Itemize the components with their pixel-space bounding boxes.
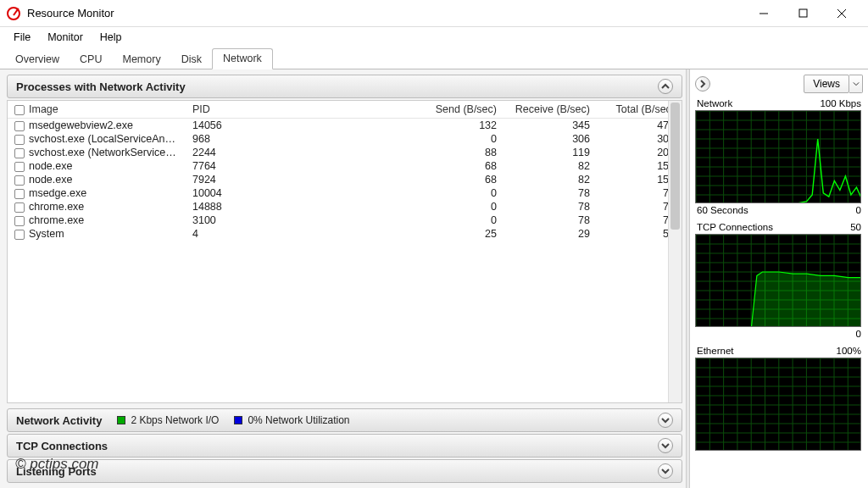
menubar: File Monitor Help	[0, 27, 868, 47]
tab-network[interactable]: Network	[212, 48, 273, 69]
chart-tcp-xright: 0	[856, 329, 861, 339]
table-row[interactable]: chrome.exe310007878	[8, 214, 682, 227]
menu-file[interactable]: File	[5, 30, 39, 45]
maximize-button[interactable]	[783, 0, 822, 27]
chart-network-xright: 0	[856, 205, 861, 215]
chart-tcp: TCP Connections 50 0	[695, 222, 863, 339]
window-title: Resource Monitor	[27, 7, 114, 19]
chart-network: Network 100 Kbps 60 Seconds 0	[695, 98, 863, 215]
table-row[interactable]: svchost.exe (LocalServiceAndN...96803063…	[8, 132, 682, 146]
swatch-green-icon	[117, 416, 125, 424]
section-ports-header[interactable]: Listening Ports	[7, 459, 682, 483]
expand-icon[interactable]	[658, 438, 673, 453]
checkbox-all[interactable]	[14, 105, 25, 115]
swatch-blue-icon	[234, 416, 242, 424]
window-buttons	[744, 0, 861, 27]
col-recv[interactable]: Receive (B/sec)	[504, 101, 597, 119]
tab-strip: Overview CPU Memory Disk Network	[0, 47, 868, 69]
section-tcp-title: TCP Connections	[16, 440, 108, 452]
expand-icon[interactable]	[658, 463, 673, 479]
table-row[interactable]: msedge.exe1000407878	[8, 186, 682, 200]
table-row[interactable]: System4252954	[8, 227, 682, 241]
row-checkbox[interactable]	[14, 230, 25, 240]
collapse-icon[interactable]	[658, 79, 673, 94]
table-scrollbar[interactable]	[668, 101, 682, 402]
chart-eth-max: 100%	[837, 346, 861, 356]
svg-rect-1	[799, 9, 807, 17]
close-button[interactable]	[822, 0, 861, 27]
titlebar: Resource Monitor	[0, 0, 868, 27]
row-checkbox[interactable]	[14, 175, 25, 186]
row-checkbox[interactable]	[14, 189, 25, 199]
row-checkbox[interactable]	[14, 216, 25, 226]
table-row[interactable]: node.exe79246882150	[8, 173, 682, 186]
watermark: © pctips.com	[15, 456, 99, 473]
section-net-activity-title: Network Activity	[16, 414, 102, 427]
charts-pane: Views Network 100 Kbps 60 Seconds 0 TCP …	[690, 69, 868, 488]
app-icon	[7, 7, 20, 20]
row-checkbox[interactable]	[14, 162, 25, 172]
col-pid[interactable]: PID	[186, 101, 245, 119]
chart-eth-title: Ethernet	[697, 346, 733, 356]
tab-cpu[interactable]: CPU	[70, 50, 112, 69]
section-tcp-header[interactable]: TCP Connections	[7, 434, 682, 458]
chart-network-max: 100 Kbps	[820, 98, 861, 108]
collapse-right-icon[interactable]	[695, 76, 710, 92]
chart-ethernet: Ethernet 100%	[695, 346, 863, 451]
section-network-activity-header[interactable]: Network Activity 2 Kbps Network I/O 0% N…	[7, 408, 682, 432]
tab-overview[interactable]: Overview	[5, 50, 70, 69]
tab-memory[interactable]: Memory	[113, 50, 171, 69]
views-dropdown-icon[interactable]	[849, 75, 863, 93]
expand-icon[interactable]	[658, 413, 673, 428]
chart-network-xleft: 60 Seconds	[697, 205, 748, 215]
net-util-stat: 0% Network Utilization	[248, 414, 349, 426]
chart-tcp-title: TCP Connections	[697, 222, 773, 232]
views-button[interactable]: Views	[804, 75, 849, 93]
minimize-button[interactable]	[744, 0, 783, 27]
col-send[interactable]: Send (B/sec)	[245, 101, 504, 119]
row-checkbox[interactable]	[14, 121, 25, 131]
table-row[interactable]: chrome.exe1488807878	[8, 200, 682, 214]
section-processes-title: Processes with Network Activity	[16, 80, 186, 93]
menu-monitor[interactable]: Monitor	[39, 30, 92, 45]
table-row[interactable]: svchost.exe (NetworkService -p)224488119…	[8, 146, 682, 159]
table-row[interactable]: msedgewebview2.exe14056132345477	[8, 119, 682, 133]
row-checkbox[interactable]	[14, 135, 25, 145]
row-checkbox[interactable]	[14, 202, 25, 213]
menu-help[interactable]: Help	[92, 30, 131, 45]
processes-table: Image PID Send (B/sec) Receive (B/sec) T…	[7, 100, 682, 403]
chart-network-title: Network	[697, 98, 732, 108]
row-checkbox[interactable]	[14, 148, 25, 158]
tab-disk[interactable]: Disk	[171, 50, 212, 69]
col-image[interactable]: Image	[29, 103, 58, 115]
table-row[interactable]: node.exe77646882150	[8, 159, 682, 173]
chart-tcp-max: 50	[850, 222, 861, 232]
section-processes-header[interactable]: Processes with Network Activity	[7, 75, 682, 98]
net-io-stat: 2 Kbps Network I/O	[131, 414, 219, 426]
